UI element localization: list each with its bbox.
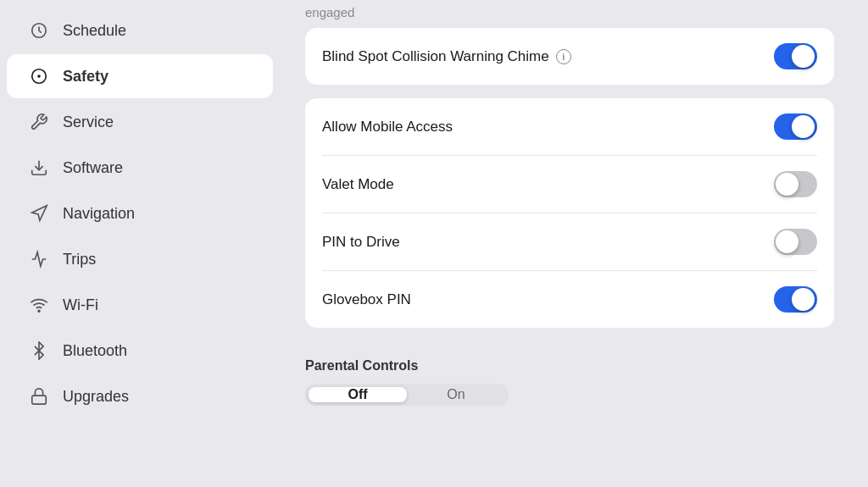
lock-icon xyxy=(27,385,51,408)
pin-to-drive-toggle-thumb xyxy=(776,230,798,253)
sidebar-item-trips[interactable]: Trips xyxy=(7,237,273,281)
sidebar-label-wifi: Wi-Fi xyxy=(63,296,98,314)
wifi-icon xyxy=(27,293,51,317)
blind-spot-toggle-thumb xyxy=(792,45,815,68)
blind-spot-label: Blind Spot Collision Warning Chime i xyxy=(322,48,571,65)
wrench-icon xyxy=(27,110,51,134)
sidebar-item-navigation[interactable]: Navigation xyxy=(7,191,273,235)
svg-rect-6 xyxy=(32,396,47,404)
clock-icon xyxy=(27,19,51,42)
target-icon xyxy=(27,64,51,88)
parental-off-button[interactable]: Off xyxy=(309,387,407,402)
parental-controls-segment: Off On xyxy=(305,384,509,406)
glovebox-pin-label: Glovebox PIN xyxy=(322,291,411,308)
sidebar-label-safety: Safety xyxy=(63,68,108,86)
blind-spot-group: Blind Spot Collision Warning Chime i xyxy=(305,28,834,85)
glovebox-pin-toggle-thumb xyxy=(792,288,815,311)
sidebar-item-schedule[interactable]: Schedule xyxy=(7,8,273,53)
svg-point-5 xyxy=(38,310,40,312)
allow-mobile-row: Allow Mobile Access xyxy=(322,98,817,156)
sidebar-item-software[interactable]: Software xyxy=(7,146,273,190)
sidebar-label-upgrades: Upgrades xyxy=(63,388,129,406)
sidebar-label-trips: Trips xyxy=(63,251,96,268)
blind-spot-row: Blind Spot Collision Warning Chime i xyxy=(322,28,817,85)
parental-controls-section: Parental Controls Off On xyxy=(305,345,834,406)
engaged-text: engaged xyxy=(305,5,834,19)
sidebar-item-bluetooth[interactable]: Bluetooth xyxy=(7,329,273,373)
blind-spot-toggle[interactable] xyxy=(774,43,817,69)
pin-to-drive-row: PIN to Drive xyxy=(322,213,817,271)
svg-marker-4 xyxy=(32,206,47,220)
sidebar-label-navigation: Navigation xyxy=(63,205,135,223)
glovebox-pin-toggle[interactable] xyxy=(774,286,817,313)
main-content: engaged Blind Spot Collision Warning Chi… xyxy=(280,0,868,487)
sidebar-item-wifi[interactable]: Wi-Fi xyxy=(7,283,273,327)
pin-to-drive-toggle[interactable] xyxy=(774,229,817,255)
sidebar-label-software: Software xyxy=(63,159,123,177)
pin-to-drive-label: PIN to Drive xyxy=(322,234,400,251)
access-settings-group: Allow Mobile Access Valet Mode PIN to Dr… xyxy=(305,98,834,328)
sidebar-label-bluetooth: Bluetooth xyxy=(63,342,127,360)
navigation-icon xyxy=(27,202,51,225)
valet-mode-toggle[interactable] xyxy=(774,171,817,197)
sidebar: Schedule Safety Service Software xyxy=(0,0,280,487)
allow-mobile-toggle[interactable] xyxy=(774,113,817,140)
sidebar-label-service: Service xyxy=(63,113,114,131)
valet-mode-label: Valet Mode xyxy=(322,176,394,193)
sidebar-item-safety[interactable]: Safety xyxy=(7,54,273,98)
parental-on-button[interactable]: On xyxy=(407,387,505,402)
sidebar-item-upgrades[interactable]: Upgrades xyxy=(7,374,273,418)
sidebar-item-service[interactable]: Service xyxy=(7,100,273,144)
blind-spot-info-icon[interactable]: i xyxy=(556,49,571,64)
valet-mode-toggle-thumb xyxy=(776,173,798,196)
glovebox-pin-row: Glovebox PIN xyxy=(322,271,817,328)
allow-mobile-toggle-thumb xyxy=(792,115,815,138)
valet-mode-row: Valet Mode xyxy=(322,156,817,213)
sidebar-label-schedule: Schedule xyxy=(63,22,126,40)
parental-controls-label: Parental Controls xyxy=(305,358,834,374)
allow-mobile-label: Allow Mobile Access xyxy=(322,119,453,136)
trips-icon xyxy=(27,247,51,271)
svg-point-2 xyxy=(38,75,40,77)
download-icon xyxy=(27,156,51,180)
bluetooth-icon xyxy=(27,339,51,362)
